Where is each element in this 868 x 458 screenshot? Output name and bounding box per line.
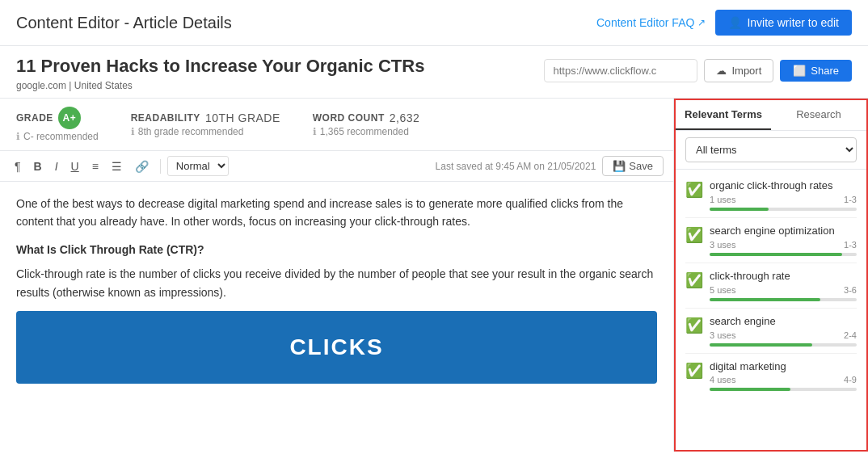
term-check-icon: ✅ xyxy=(685,317,703,334)
article-meta: 11 Proven Hacks to Increase Your Organic… xyxy=(0,46,868,99)
article-image-text: CLICKS xyxy=(289,330,383,366)
term-row: ✅ click-through rate 5 uses 3-6 xyxy=(676,263,866,308)
style-select[interactable]: Normal xyxy=(167,156,229,176)
ordered-list-button[interactable]: ≡ xyxy=(87,157,103,176)
term-bar-container xyxy=(710,388,857,391)
import-button[interactable]: ☁ Import xyxy=(704,59,773,82)
tab-relevant-terms[interactable]: Relevant Terms xyxy=(676,100,771,130)
term-info: digital marketing 4 uses 4-9 xyxy=(710,360,857,392)
left-panel: GRADE A+ ℹ C- recommended READABILITY 10… xyxy=(0,99,674,452)
term-uses: 1 uses xyxy=(710,195,735,204)
term-item: ✅ digital marketing 4 uses 4-9 xyxy=(676,354,866,398)
term-bar xyxy=(710,253,842,256)
bold-button[interactable]: B xyxy=(29,157,47,176)
term-bar xyxy=(710,298,820,301)
readability-metric: READABILITY 10th grade ℹ 8th grade recom… xyxy=(131,111,280,137)
editor-content[interactable]: One of the best ways to decrease digital… xyxy=(0,182,673,452)
term-uses: 3 uses xyxy=(710,240,735,250)
readability-sub: 8th grade recommended xyxy=(138,126,244,137)
term-name: click-through rate xyxy=(710,270,857,284)
term-info: click-through rate 5 uses 3-6 xyxy=(710,270,857,301)
term-bar-container xyxy=(710,208,857,211)
article-title: 11 Proven Hacks to Increase Your Organic… xyxy=(16,56,424,77)
editor-paragraph-2: Click-through rate is the number of clic… xyxy=(16,265,657,301)
external-link-icon: ↗ xyxy=(697,17,706,28)
term-row: ✅ search engine 3 uses 2-4 xyxy=(676,309,866,353)
save-icon: 💾 xyxy=(613,160,626,172)
term-range: 1-3 xyxy=(844,240,857,250)
terms-filter-select[interactable]: All terms xyxy=(685,137,857,162)
term-check-icon: ✅ xyxy=(685,271,703,289)
faq-link[interactable]: Content Editor FAQ ↗ xyxy=(596,16,706,29)
term-usage: 4 uses 4-9 xyxy=(710,375,857,384)
metrics-row: GRADE A+ ℹ C- recommended READABILITY 10… xyxy=(0,99,673,151)
info-icon-readability: ℹ xyxy=(131,126,135,137)
term-bar xyxy=(710,388,790,391)
tab-research[interactable]: Research xyxy=(771,100,866,130)
term-name: search engine optimization xyxy=(710,225,857,238)
term-item: ✅ organic click-through rates 1 uses 1-3 xyxy=(676,173,866,218)
term-name: organic click-through rates xyxy=(710,179,857,193)
term-name: digital marketing xyxy=(710,360,857,374)
grade-label: GRADE xyxy=(16,112,53,124)
wordcount-value: 2,632 xyxy=(390,111,420,124)
term-bar xyxy=(710,343,812,347)
unordered-list-button[interactable]: ☰ xyxy=(107,157,127,176)
editor-paragraph-1: One of the best ways to decrease digital… xyxy=(16,195,657,231)
faq-label: Content Editor FAQ xyxy=(596,16,694,29)
term-bar-container xyxy=(710,343,857,347)
grade-badge: A+ xyxy=(58,107,81,129)
term-check-icon: ✅ xyxy=(685,362,703,380)
terms-list: ✅ organic click-through rates 1 uses 1-3… xyxy=(676,170,866,450)
term-usage: 3 uses 2-4 xyxy=(710,330,857,340)
right-panel: Relevant Terms Research All terms ✅ orga… xyxy=(674,99,868,452)
header-actions: Content Editor FAQ ↗ 👤 Invite writer to … xyxy=(596,10,852,36)
toolbar-separator xyxy=(160,159,161,174)
info-icon-grade: ℹ xyxy=(16,131,20,142)
term-info: organic click-through rates 1 uses 1-3 xyxy=(710,179,857,211)
term-bar-container xyxy=(710,298,857,301)
link-button[interactable]: 🔗 xyxy=(130,157,154,176)
grade-sub: C- recommended xyxy=(23,131,99,142)
main-layout: GRADE A+ ℹ C- recommended READABILITY 10… xyxy=(0,99,868,452)
italic-button[interactable]: I xyxy=(50,157,63,176)
wordcount-label: WORD COUNT xyxy=(313,112,385,124)
share-button[interactable]: ⬜ Share xyxy=(780,60,852,82)
term-uses: 3 uses xyxy=(710,330,735,340)
term-info: search engine 3 uses 2-4 xyxy=(710,315,857,347)
wordcount-metric: WORD COUNT 2,632 ℹ 1,365 recommended xyxy=(313,111,420,137)
term-row: ✅ digital marketing 4 uses 4-9 xyxy=(676,354,866,398)
terms-filter: All terms xyxy=(676,131,866,170)
paragraph-icon-btn[interactable]: ¶ xyxy=(10,157,26,176)
term-bar xyxy=(710,208,769,211)
term-item: ✅ click-through rate 5 uses 3-6 xyxy=(676,263,866,309)
term-row: ✅ organic click-through rates 1 uses 1-3 xyxy=(676,173,866,217)
app-header: Content Editor - Article Details Content… xyxy=(0,0,868,46)
term-item: ✅ search engine optimization 3 uses 1-3 xyxy=(676,218,866,263)
term-check-icon: ✅ xyxy=(685,181,703,199)
info-icon-wordcount: ℹ xyxy=(313,126,317,137)
editor-toolbar: ¶ B I U ≡ ☰ 🔗 Normal Last saved at 9:45 … xyxy=(0,151,673,182)
term-uses: 4 uses xyxy=(710,375,735,384)
last-saved-text: Last saved at 9:45 AM on 21/05/2021 xyxy=(436,161,596,172)
term-range: 4-9 xyxy=(844,375,857,384)
invite-writer-button[interactable]: 👤 Invite writer to edit xyxy=(715,10,852,36)
style-selector: Normal xyxy=(167,156,229,176)
term-row: ✅ search engine optimization 3 uses 1-3 xyxy=(676,218,866,263)
article-image: CLICKS xyxy=(16,311,657,384)
term-range: 1-3 xyxy=(844,195,857,204)
readability-value: 10th grade xyxy=(205,111,280,124)
term-usage: 1 uses 1-3 xyxy=(710,195,857,204)
term-info: search engine optimization 3 uses 1-3 xyxy=(710,225,857,256)
term-usage: 3 uses 1-3 xyxy=(710,240,857,250)
save-button[interactable]: 💾 Save xyxy=(602,156,664,176)
term-bar-container xyxy=(710,253,857,256)
term-item: ✅ search engine 3 uses 2-4 xyxy=(676,309,866,354)
underline-button[interactable]: U xyxy=(66,157,84,176)
url-input[interactable] xyxy=(544,59,697,82)
term-range: 3-6 xyxy=(844,285,857,295)
term-uses: 5 uses xyxy=(710,285,735,295)
panel-tabs: Relevant Terms Research xyxy=(676,100,866,131)
term-usage: 5 uses 3-6 xyxy=(710,285,857,295)
readability-label: READABILITY xyxy=(131,112,200,124)
